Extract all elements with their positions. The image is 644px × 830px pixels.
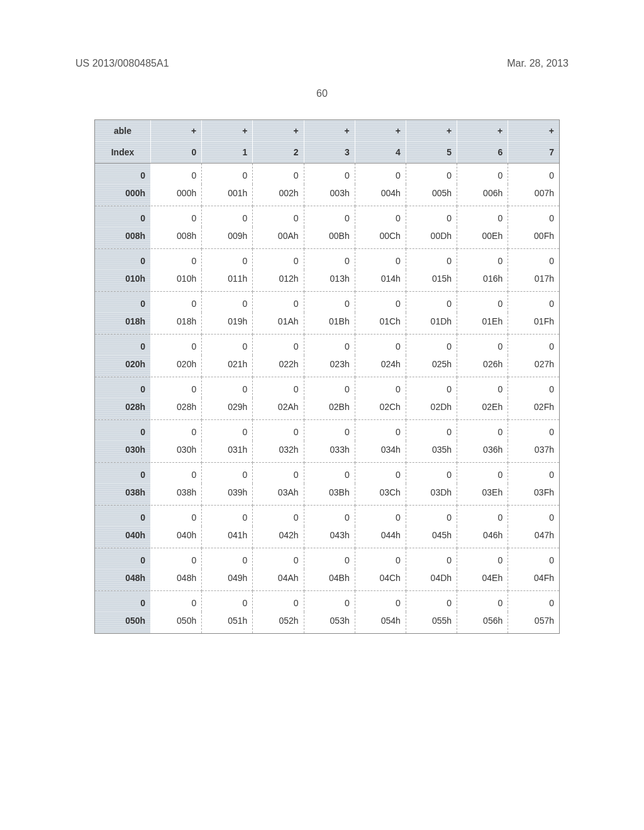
header-col-bottom: 2: [253, 141, 304, 163]
data-cell: 029h: [202, 398, 253, 419]
data-cell: 00Bh: [304, 227, 355, 248]
table-row: 000000000: [95, 377, 559, 398]
data-cell: 0: [406, 248, 457, 270]
data-cell: 047h: [508, 526, 559, 548]
data-cell: 0: [304, 419, 355, 441]
data-cell: 0: [253, 163, 304, 184]
header-col-bottom: 6: [457, 141, 508, 163]
data-cell: 0: [151, 248, 202, 270]
data-cell: 0: [457, 291, 508, 313]
data-cell: 0: [508, 505, 559, 526]
data-cell: 0: [202, 548, 253, 569]
data-cell: 040h: [151, 526, 202, 548]
table-row: 028h028h029h02Ah02Bh02Ch02Dh02Eh02Fh: [95, 398, 559, 419]
data-cell: 0: [355, 462, 406, 484]
data-cell: 0: [508, 163, 559, 184]
data-cell: 0: [457, 462, 508, 484]
data-cell: 031h: [202, 441, 253, 462]
table-row: 000000000: [95, 248, 559, 270]
data-cell: 037h: [508, 441, 559, 462]
data-cell: 0: [304, 291, 355, 313]
header-col-bottom: 5: [406, 141, 457, 163]
data-cell: 0: [406, 206, 457, 227]
data-cell: 015h: [406, 270, 457, 291]
data-cell: 0: [304, 163, 355, 184]
data-cell: 004h: [355, 184, 406, 206]
data-cell: 04Dh: [406, 569, 457, 590]
header-col-bottom: 1: [202, 141, 253, 163]
data-cell: 00Dh: [406, 227, 457, 248]
data-cell: 016h: [457, 270, 508, 291]
data-cell: 006h: [457, 184, 508, 206]
data-cell: 0: [202, 206, 253, 227]
table-header: able + + + + + + + + Index 0 1 2 3 4 5 6…: [95, 120, 559, 163]
publication-date: Mar. 28, 2013: [507, 58, 569, 69]
data-cell: 0: [457, 377, 508, 398]
data-cell: 0: [406, 505, 457, 526]
data-cell: 01Eh: [457, 313, 508, 334]
data-cell: 0: [457, 590, 508, 612]
data-cell: 026h: [457, 355, 508, 377]
data-cell: 0: [355, 206, 406, 227]
data-cell: 048h: [151, 569, 202, 590]
header-col-top: +: [406, 120, 457, 141]
table-row: 000000000: [95, 291, 559, 313]
data-cell: 01Bh: [304, 313, 355, 334]
data-cell: 003h: [304, 184, 355, 206]
header-col-top: +: [304, 120, 355, 141]
table-row: 000000000: [95, 419, 559, 441]
data-cell: 0: [406, 163, 457, 184]
data-cell: 0: [508, 248, 559, 270]
data-cell: 0: [355, 291, 406, 313]
table-row: 000000000: [95, 334, 559, 355]
data-cell: 053h: [304, 612, 355, 633]
data-cell: 0: [253, 419, 304, 441]
data-cell: 0: [508, 548, 559, 569]
data-cell: 0: [355, 334, 406, 355]
data-cell: 001h: [202, 184, 253, 206]
index-cell: 0: [95, 334, 151, 355]
data-cell: 0: [151, 377, 202, 398]
data-cell: 034h: [355, 441, 406, 462]
data-cell: 0: [406, 291, 457, 313]
header-col-top: +: [508, 120, 559, 141]
data-cell: 0: [202, 505, 253, 526]
data-cell: 002h: [253, 184, 304, 206]
table-row: 000000000: [95, 590, 559, 612]
index-cell: 0: [95, 206, 151, 227]
data-cell: 00Eh: [457, 227, 508, 248]
data-cell: 04Fh: [508, 569, 559, 590]
data-cell: 0: [304, 248, 355, 270]
data-cell: 0: [202, 590, 253, 612]
data-cell: 050h: [151, 612, 202, 633]
index-cell: 0: [95, 462, 151, 484]
data-cell: 028h: [151, 398, 202, 419]
data-cell: 0: [253, 334, 304, 355]
data-cell: 0: [304, 505, 355, 526]
data-cell: 0: [355, 419, 406, 441]
data-cell: 007h: [508, 184, 559, 206]
data-cell: 0: [202, 291, 253, 313]
data-cell: 043h: [304, 526, 355, 548]
data-cell: 0: [508, 590, 559, 612]
data-cell: 0: [406, 377, 457, 398]
data-cell: 03Bh: [304, 484, 355, 505]
index-table: able + + + + + + + + Index 0 1 2 3 4 5 6…: [95, 120, 559, 633]
data-cell: 0: [406, 590, 457, 612]
table-row: 000000000: [95, 548, 559, 569]
table-row: 000000000: [95, 163, 559, 184]
data-cell: 0: [457, 419, 508, 441]
data-cell: 023h: [304, 355, 355, 377]
data-cell: 02Fh: [508, 398, 559, 419]
data-cell: 0: [406, 419, 457, 441]
data-cell: 041h: [202, 526, 253, 548]
table-row: 000000000: [95, 462, 559, 484]
data-cell: 0: [151, 163, 202, 184]
header-col-top: +: [151, 120, 202, 141]
data-cell: 0: [151, 334, 202, 355]
data-cell: 009h: [202, 227, 253, 248]
index-cell: 030h: [95, 441, 151, 462]
data-cell: 02Dh: [406, 398, 457, 419]
data-cell: 042h: [253, 526, 304, 548]
header-col-bottom: 3: [304, 141, 355, 163]
